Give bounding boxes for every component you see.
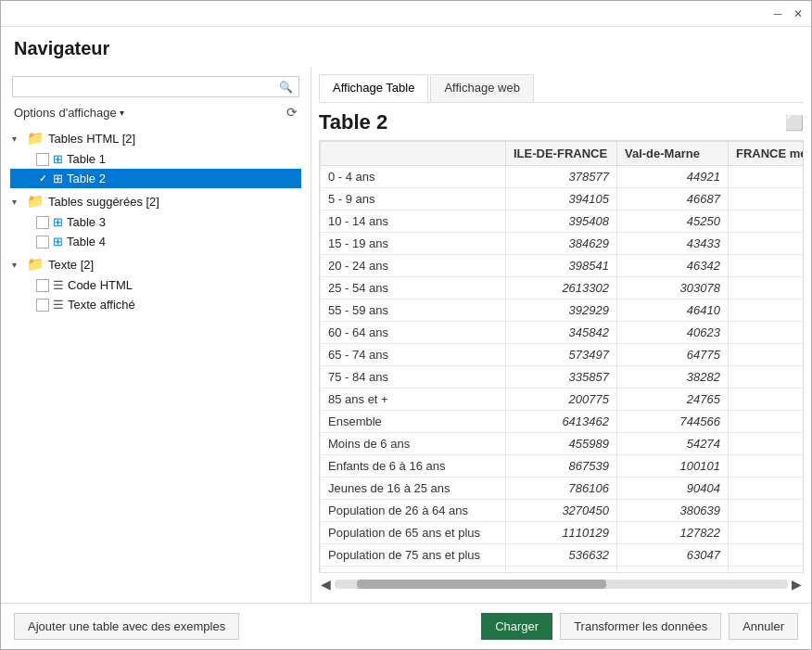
tree-item-table1[interactable]: ⊞ Table 1 (10, 149, 301, 169)
options-row: Options d'affichage ▾ ⟳ (10, 103, 301, 121)
row-label: 65 - 74 ans (321, 344, 506, 366)
search-box[interactable]: 🔍 (12, 76, 299, 97)
table-icon-table4: ⊞ (53, 235, 63, 249)
row-col2: 41403 (617, 567, 729, 574)
row-col2: 63047 (617, 544, 729, 567)
preview-export-icon[interactable]: ⬜ (785, 114, 804, 132)
row-col3 (729, 433, 805, 455)
table-row: 85 ans et +20077524765 (321, 389, 805, 411)
cancel-button[interactable]: Annuler (729, 613, 798, 640)
tree-group-header-text[interactable]: ▾ 📁 Texte [2] (10, 253, 301, 275)
row-col1: 384629 (506, 233, 617, 255)
tree-item-texteaffiche[interactable]: ☰ Texte affiché (10, 295, 301, 314)
checkbox-texteaffiche[interactable] (36, 299, 49, 312)
row-col2: 46342 (617, 255, 729, 277)
row-col2: 90404 (617, 478, 729, 500)
row-col2: 46410 (617, 300, 729, 322)
scroll-thumb[interactable] (357, 580, 606, 589)
row-col2: 127822 (617, 522, 729, 544)
close-button[interactable]: ✕ (791, 6, 806, 21)
table-row: 10 - 14 ans39540845250 (321, 210, 805, 233)
table-row: 25 - 54 ans2613302303078 (321, 277, 805, 300)
search-icon: 🔍 (279, 81, 293, 94)
table-icon-table2: ⊞ (53, 172, 63, 185)
row-label: Jeunes de 16 à 25 ans (321, 478, 506, 500)
row-col3 (729, 300, 805, 322)
table-row: 0 - 4 ans37857744921 (321, 166, 805, 188)
row-col1: 343503 (506, 567, 617, 574)
tree-arrow-icon-suggested: ▾ (12, 197, 23, 207)
checkbox-table4[interactable] (36, 236, 49, 249)
row-col1: 345842 (506, 322, 617, 344)
tree-group-header-html-tables[interactable]: ▾ 📁 Tables HTML [2] (10, 127, 301, 149)
table-icon-codehtml: ☰ (53, 278, 64, 292)
scroll-right-arrow[interactable]: ▶ (792, 577, 802, 592)
row-label: Population de 26 à 64 ans (321, 500, 506, 522)
checkbox-table2[interactable] (36, 172, 49, 185)
right-panel: Affichage Table Affichage web Table 2 ⬜ (311, 67, 811, 603)
row-label: Enfants de 6 à 16 ans (321, 455, 506, 478)
add-table-button[interactable]: Ajouter une table avec des exemples (14, 613, 239, 640)
item-label-table3: Table 3 (67, 215, 106, 229)
row-col2: 44921 (617, 166, 729, 188)
row-label: Population de 75 ans et plus (321, 544, 506, 567)
checkbox-table1[interactable] (36, 153, 49, 166)
options-arrow-icon: ▾ (120, 108, 124, 118)
options-label[interactable]: Options d'affichage ▾ (14, 106, 124, 120)
table-row: 15 - 19 ans38462943433 (321, 233, 805, 255)
tab-table-view[interactable]: Affichage Table (319, 74, 428, 102)
col-header-france-metro: FRANCE métropo (729, 142, 805, 166)
tab-web-view[interactable]: Affichage web (430, 74, 533, 102)
search-input[interactable] (19, 80, 279, 94)
table-icon-texteaffiche: ☰ (53, 298, 64, 312)
folder-icon-text: 📁 (27, 256, 44, 273)
scroll-left-arrow[interactable]: ◀ (321, 577, 331, 592)
window-controls: ─ ✕ (770, 6, 806, 21)
row-col3 (729, 544, 805, 567)
row-col1: 378577 (506, 166, 617, 188)
row-col3 (729, 455, 805, 478)
load-button[interactable]: Charger (481, 613, 552, 640)
row-label: Population de 65 ans et plus (321, 522, 506, 544)
row-col2: 38282 (617, 366, 729, 389)
row-label: 55 - 59 ans (321, 300, 506, 322)
tree-item-table3[interactable]: ⊞ Table 3 (10, 212, 301, 232)
row-col1: 573497 (506, 344, 617, 366)
scroll-track[interactable] (335, 580, 788, 589)
table-row: 65 - 74 ans57349764775 (321, 344, 805, 366)
row-col3 (729, 255, 805, 277)
tree-item-table2[interactable]: ⊞ Table 2 (10, 169, 301, 188)
row-col1: 200775 (506, 389, 617, 411)
checkbox-codehtml[interactable] (36, 279, 49, 292)
table-row: 5 - 9 ans39410546687 (321, 188, 805, 210)
preview-title: Table 2 (319, 110, 387, 134)
table-row: Ensemble6413462744566 (321, 411, 805, 433)
row-col1: 6413462 (506, 411, 617, 433)
transform-button[interactable]: Transformer les données (560, 613, 721, 640)
row-col1: 3270450 (506, 500, 617, 522)
table-container[interactable]: ILE-DE-FRANCE Val-de-Marne FRANCE métrop… (319, 140, 804, 573)
row-col1: 398541 (506, 255, 617, 277)
row-col3 (729, 322, 805, 344)
row-col1: 786106 (506, 478, 617, 500)
row-col2: 40623 (617, 322, 729, 344)
minimize-button[interactable]: ─ (770, 6, 785, 21)
tree-group-html-tables: ▾ 📁 Tables HTML [2] ⊞ Table 1 (10, 127, 301, 188)
table-icon-table1: ⊞ (53, 152, 63, 166)
table-row: Population de 75 ans et plus53663263047 (321, 544, 805, 567)
tabs-row: Affichage Table Affichage web (319, 74, 804, 103)
refresh-icon[interactable]: ⟳ (286, 105, 298, 120)
row-col3 (729, 344, 805, 366)
table-row: 20 - 24 ans39854146342 (321, 255, 805, 277)
tree-arrow-icon: ▾ (12, 134, 23, 144)
col-header-ile-de-france: ILE-DE-FRANCE (506, 142, 617, 166)
item-label-table2: Table 2 (67, 172, 106, 185)
row-col3 (729, 522, 805, 544)
tree-group-header-suggested[interactable]: ▾ 📁 Tables suggérées [2] (10, 190, 301, 212)
tree: ▾ 📁 Tables HTML [2] ⊞ Table 1 (8, 127, 303, 593)
tree-item-table4[interactable]: ⊞ Table 4 (10, 232, 301, 251)
tree-item-codehtml[interactable]: ☰ Code HTML (10, 275, 301, 295)
row-col2: 100101 (617, 455, 729, 478)
item-label-codehtml: Code HTML (68, 278, 133, 292)
checkbox-table3[interactable] (36, 216, 49, 229)
